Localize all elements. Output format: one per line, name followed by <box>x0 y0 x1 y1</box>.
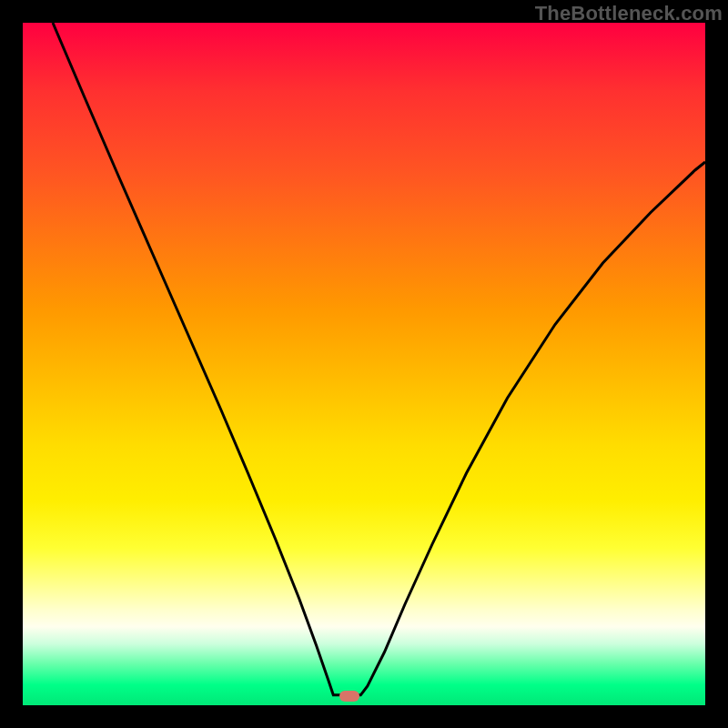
watermark-text: TheBottleneck.com <box>535 2 723 25</box>
plot-area <box>23 23 705 705</box>
bottleneck-curve <box>23 23 705 705</box>
optimal-point-marker <box>339 691 359 702</box>
chart-frame: TheBottleneck.com <box>0 0 728 728</box>
